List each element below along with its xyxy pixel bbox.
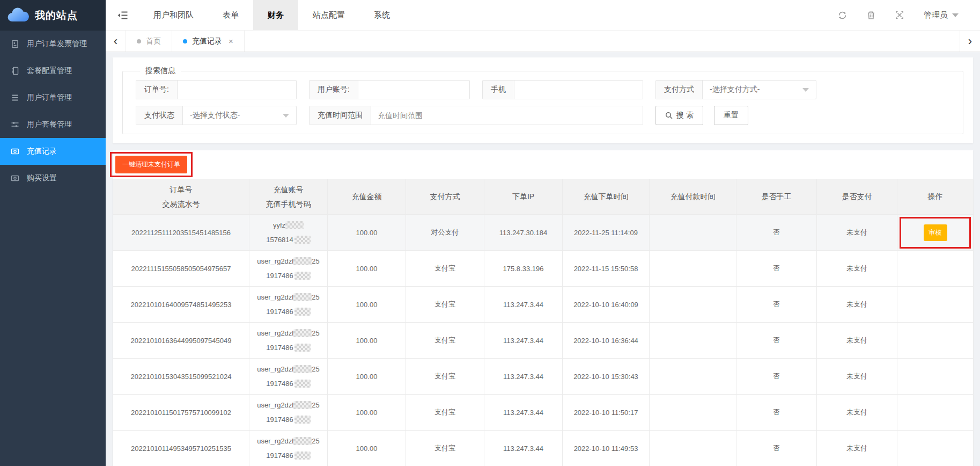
sidebar-item-user-order-invoice[interactable]: 用户订单发票管理 [0,31,106,57]
search-icon [665,112,673,119]
order-no-input[interactable] [178,81,296,99]
clear-unpaid-annotation-box: 一键清理未支付订单 [110,152,193,177]
search-legend: 搜索信息 [140,66,181,76]
tab-home[interactable]: 首页 [126,31,172,52]
order-no-field-group: 订单号: [136,80,297,99]
close-icon[interactable]: × [229,37,233,46]
cell-pay-time [650,359,736,395]
sidebar-item-package-config[interactable]: 套餐配置管理 [0,57,106,84]
refresh-icon[interactable] [838,11,847,20]
phone-label: 手机 [483,81,514,99]
cell-order-no: 20221010115017575710099102 [113,395,249,431]
table-row[interactable]: 20221010164009574851495253 user_rg2dzl25… [113,287,974,323]
table-row[interactable]: 20221115155058505054975657 user_rg2dzl25… [113,251,974,287]
sidebar-item-user-orders[interactable]: 用户订单管理 [0,84,106,111]
clear-unpaid-orders-button[interactable]: 一键清理未支付订单 [115,156,187,173]
cell-manual: 否 [736,323,817,359]
sidebar-item-user-packages[interactable]: 用户套餐管理 [0,111,106,138]
account-text: user_rg2dzl [257,293,293,301]
recharge-records-table: 订单号交易流水号 充值账号充值手机号码 充值金额 支付方式 下单IP 充值下单时… [113,179,974,466]
tabs-next-button[interactable]: › [960,31,980,52]
cell-ip: 113.247.3.44 [484,287,563,323]
order-no-label: 订单号: [136,81,178,99]
nav-item-finance[interactable]: 财务 [253,0,298,30]
phone-input[interactable] [514,81,643,99]
collapse-sidebar-button[interactable] [106,0,139,30]
app-logo: 我的站点 [0,0,106,31]
cell-amount: 100.00 [328,215,406,251]
user-account-input[interactable] [358,81,469,99]
nav-item-forms[interactable]: 表单 [208,0,253,30]
pay-method-label: 支付方式 [656,81,703,99]
tab-bar: ‹ 首页 充值记录 × › [106,31,980,52]
cell-amount: 100.00 [328,323,406,359]
cell-account: user_rg2dzl25 1917486 [249,395,328,431]
table-body: 20221125111203515451485156 yyfz 1576814 … [113,215,974,466]
pay-status-selected-value: -选择支付状态- [190,111,240,120]
nav-item-site-config[interactable]: 站点配置 [298,0,359,30]
trash-icon[interactable] [867,11,875,20]
tab-label: 充值记录 [192,37,222,46]
tabs-prev-button[interactable]: ‹ [106,31,126,52]
sidebar-item-purchase-settings[interactable]: 购买设置 [0,165,106,192]
cell-order-time: 2022-11-15 15:50:58 [563,251,650,287]
table-row[interactable]: 20221010114953495710251535 user_rg2dzl25… [113,431,974,466]
table-row[interactable]: 20221010163644995097545049 user_rg2dzl25… [113,323,974,359]
account-mosaic-blur [293,365,312,373]
cell-manual: 否 [736,359,817,395]
phone-text: 1917486 [266,344,293,352]
cell-manual: 否 [736,431,817,466]
nav-item-system[interactable]: 系统 [359,0,404,30]
fullscreen-icon[interactable] [895,11,904,19]
pay-method-select[interactable]: -选择支付方式- [703,81,816,99]
time-range-field-group: 充值时间范围 [309,106,643,125]
tab-recharge-records[interactable]: 充值记录 × [172,31,245,52]
phone-text: 1917486 [266,308,293,316]
cell-manual: 否 [736,215,817,251]
cell-method: 支付宝 [406,323,484,359]
cloud-logo-icon [6,8,30,24]
tab-label: 首页 [146,37,161,46]
phone-mosaic-blur [294,380,311,388]
phone-field-group: 手机 [482,80,643,99]
search-button[interactable]: 搜 索 [655,106,703,125]
col-header-pay-time: 充值付款时间 [650,179,736,215]
search-panel: 搜索信息 订单号: 用户账号: 手机 支付方式 -选择支付方式- [113,57,973,143]
cell-method: 支付宝 [406,395,484,431]
col-header-manual: 是否手工 [736,179,817,215]
cell-pay-time [650,395,736,431]
table-row[interactable]: 20221010153043515099521024 user_rg2dzl25… [113,359,974,395]
time-range-input[interactable] [371,106,643,125]
search-button-label: 搜 索 [676,111,694,120]
cell-order-time: 2022-10-10 11:50:17 [563,395,650,431]
table-row[interactable]: 20221125111203515451485156 yyfz 1576814 … [113,215,974,251]
time-range-label: 充值时间范围 [310,106,371,125]
main-content: 搜索信息 订单号: 用户账号: 手机 支付方式 -选择支付方式- [106,52,980,466]
tab-dot-icon [183,39,187,43]
cell-amount: 100.00 [328,287,406,323]
cell-order-no: 20221125111203515451485156 [113,215,249,251]
cell-ip: 113.247.3.44 [484,431,563,466]
chevron-right-icon: › [968,34,972,48]
audit-button[interactable]: 审核 [924,224,947,241]
sidebar-item-recharge-records[interactable]: 充值记录 [0,138,106,165]
cell-amount: 100.00 [328,395,406,431]
cell-ip: 113.247.3.44 [484,395,563,431]
account-suffix-text: 25 [312,401,319,409]
cell-actions [897,395,974,431]
nav-item-users-teams[interactable]: 用户和团队 [139,0,208,30]
cell-account: user_rg2dzl25 1917486 [249,359,328,395]
table-row[interactable]: 20221010115017575710099102 user_rg2dzl25… [113,395,974,431]
pay-status-select[interactable]: -选择支付状态- [183,106,296,125]
admin-dropdown[interactable]: 管理员 [924,10,959,20]
pay-method-selected-value: -选择支付方式- [710,85,760,94]
reset-button[interactable]: 重置 [714,106,748,125]
cell-order-time: 2022-10-10 16:36:44 [563,323,650,359]
phone-mosaic-blur [294,452,311,460]
cell-actions [897,323,974,359]
cell-account: user_rg2dzl25 1917486 [249,431,328,466]
cell-account: user_rg2dzl25 1917486 [249,323,328,359]
cell-pay-status: 未支付 [817,251,897,287]
sidebar-item-label: 充值记录 [27,147,57,156]
account-mosaic-blur [293,329,312,337]
